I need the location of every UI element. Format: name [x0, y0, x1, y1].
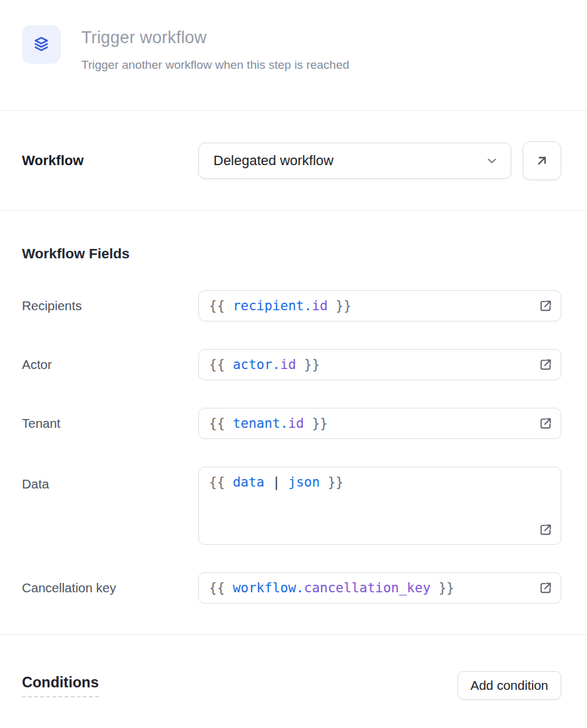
step-title-input[interactable]: Trigger workflow [81, 28, 349, 48]
workflow-select[interactable]: Delegated workflow [198, 143, 511, 179]
workflow-field-row: Tenant {{ tenant.id }} [22, 408, 561, 439]
workflow-field-row: Cancellation key {{ workflow.cancellatio… [22, 572, 561, 604]
external-link-icon[interactable] [539, 417, 553, 430]
template-editor-input[interactable]: {{ data | json }} [198, 467, 561, 545]
template-editor-input[interactable]: {{ workflow.cancellation_key }} [198, 572, 561, 604]
conditions-heading: Conditions [22, 674, 99, 697]
conditions-section: Conditions Add condition [0, 635, 587, 700]
workflow-label: Workflow [22, 153, 198, 169]
panel-header: Trigger workflow Trigger another workflo… [0, 0, 587, 111]
external-link-icon[interactable] [539, 581, 553, 595]
workflow-fields-heading: Workflow Fields [22, 246, 561, 262]
header-text: Trigger workflow Trigger another workflo… [81, 25, 349, 72]
workflow-fields-section: Workflow Fields Recipients {{ recipient.… [0, 211, 587, 635]
external-link-icon[interactable] [539, 358, 553, 372]
open-workflow-button[interactable] [523, 141, 561, 180]
workflow-fields-list: Recipients {{ recipient.id }} Actor {{ a… [22, 290, 561, 604]
external-link-icon[interactable] [539, 299, 553, 313]
field-label: Cancellation key [22, 580, 198, 595]
template-editor-input[interactable]: {{ tenant.id }} [198, 408, 561, 439]
workflow-field-row: Recipients {{ recipient.id }} [22, 290, 561, 321]
layers-icon [31, 34, 51, 54]
field-label: Data [22, 467, 198, 492]
template-expression: {{ workflow.cancellation_key }} [209, 580, 454, 595]
template-expression: {{ tenant.id }} [209, 416, 328, 431]
add-condition-button[interactable]: Add condition [457, 671, 561, 700]
workflow-field-row: Data {{ data | json }} [22, 467, 561, 545]
workflow-field-row: Actor {{ actor.id }} [22, 349, 561, 380]
arrow-up-right-icon [534, 153, 549, 168]
template-expression: {{ recipient.id }} [209, 298, 352, 313]
step-subtitle: Trigger another workflow when this step … [81, 58, 349, 72]
trigger-workflow-panel: Trigger workflow Trigger another workflo… [0, 0, 587, 728]
step-icon-box [22, 25, 61, 64]
chevron-down-icon [485, 154, 499, 168]
template-expression: {{ actor.id }} [209, 357, 320, 372]
template-editor-input[interactable]: {{ recipient.id }} [198, 290, 561, 321]
workflow-selector-row: Workflow Delegated workflow [0, 111, 587, 211]
field-label: Recipients [22, 298, 198, 313]
external-link-icon[interactable] [539, 523, 553, 537]
field-label: Tenant [22, 416, 198, 431]
template-expression: {{ data | json }} [209, 475, 344, 490]
workflow-select-value: Delegated workflow [213, 153, 334, 169]
field-label: Actor [22, 357, 198, 372]
template-editor-input[interactable]: {{ actor.id }} [198, 349, 561, 380]
